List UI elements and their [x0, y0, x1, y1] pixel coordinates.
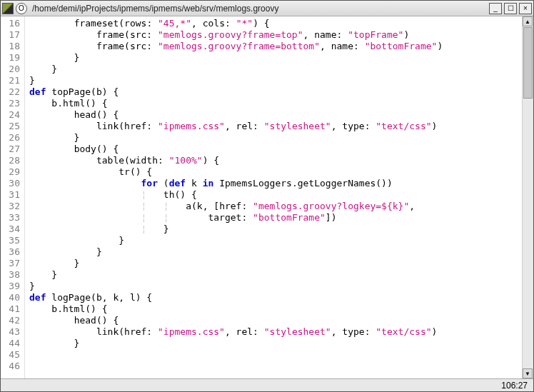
- code-line[interactable]: }: [29, 258, 522, 269]
- code-line[interactable]: }: [29, 132, 522, 144]
- scroll-up-button[interactable]: ▲: [523, 16, 533, 26]
- line-number: 43: [1, 326, 20, 338]
- line-number: 30: [1, 178, 20, 189]
- maximize-button[interactable]: ☐: [504, 3, 517, 14]
- line-number: 35: [1, 235, 20, 246]
- editor-area: 1617181920212223242526272829303132333435…: [1, 16, 533, 378]
- code-line[interactable]: def topPage(b) {: [29, 86, 522, 98]
- line-number: 23: [1, 98, 20, 109]
- line-number: 17: [1, 29, 20, 41]
- code-line[interactable]: }: [29, 235, 522, 246]
- code-line[interactable]: ¦ th() {: [29, 189, 522, 201]
- code-line[interactable]: frameset(rows: "45,*", cols: "*") {: [29, 18, 522, 29]
- line-number: 29: [1, 166, 20, 178]
- line-number: 20: [1, 64, 20, 75]
- code-line[interactable]: ¦ }: [29, 223, 522, 235]
- code-line[interactable]: frame(src: "memlogs.groovy?frame=top", n…: [29, 29, 522, 41]
- minimize-button[interactable]: _: [489, 3, 502, 14]
- line-number: 46: [1, 361, 20, 372]
- mode-icon: O: [16, 3, 27, 14]
- line-number: 28: [1, 155, 20, 166]
- line-number: 19: [1, 52, 20, 64]
- line-number: 22: [1, 86, 20, 98]
- line-number-gutter: 1617181920212223242526272829303132333435…: [1, 16, 25, 378]
- code-line[interactable]: b.html() {: [29, 303, 522, 315]
- titlebar[interactable]: O /home/demi/ipProjects/ipmems/ipmems/we…: [1, 1, 533, 16]
- line-number: 16: [1, 18, 20, 29]
- line-number: 21: [1, 75, 20, 86]
- line-number: 26: [1, 132, 20, 144]
- line-number: 33: [1, 212, 20, 223]
- scroll-down-button[interactable]: ▼: [523, 368, 533, 378]
- code-line[interactable]: b.html() {: [29, 98, 522, 109]
- code-line[interactable]: }: [29, 246, 522, 258]
- code-line[interactable]: }: [29, 269, 522, 281]
- line-number: 39: [1, 281, 20, 292]
- line-number: 25: [1, 121, 20, 132]
- line-number: 18: [1, 41, 20, 52]
- code-line[interactable]: link(href: "ipmems.css", rel: "styleshee…: [29, 121, 522, 132]
- line-number: 41: [1, 303, 20, 315]
- line-number: 40: [1, 292, 20, 303]
- scroll-thumb[interactable]: [523, 27, 533, 99]
- code-line[interactable]: }: [29, 64, 522, 75]
- code-line[interactable]: body() {: [29, 144, 522, 155]
- line-number: 27: [1, 144, 20, 155]
- code-line[interactable]: def logPage(b, k, l) {: [29, 292, 522, 303]
- code-line[interactable]: table(width: "100%") {: [29, 155, 522, 166]
- code-line[interactable]: }: [29, 281, 522, 292]
- code-line[interactable]: }: [29, 338, 522, 349]
- line-number: 24: [1, 109, 20, 121]
- code-line[interactable]: ¦ ¦ target: "bottomFrame"]): [29, 212, 522, 223]
- window-title: /home/demi/ipProjects/ipmems/ipmems/web/…: [29, 4, 487, 14]
- line-number: 32: [1, 201, 20, 212]
- line-number: 34: [1, 223, 20, 235]
- line-number: 38: [1, 269, 20, 281]
- line-number: 36: [1, 246, 20, 258]
- code-line[interactable]: tr() {: [29, 166, 522, 178]
- code-line[interactable]: for (def k in IpmemsLoggers.getLoggerNam…: [29, 178, 522, 189]
- line-number: 42: [1, 315, 20, 326]
- line-number: 31: [1, 189, 20, 201]
- code-line[interactable]: frame(src: "memlogs.groovy?frame=bottom"…: [29, 41, 522, 52]
- code-line[interactable]: link(href: "ipmems.css", rel: "styleshee…: [29, 326, 522, 338]
- close-button[interactable]: ×: [519, 3, 532, 14]
- editor-window: O /home/demi/ipProjects/ipmems/ipmems/we…: [0, 0, 534, 392]
- line-number: 44: [1, 338, 20, 349]
- vertical-scrollbar[interactable]: ▲ ▼: [522, 16, 533, 378]
- code-line[interactable]: head() {: [29, 315, 522, 326]
- code-line[interactable]: }: [29, 52, 522, 64]
- code-content[interactable]: frameset(rows: "45,*", cols: "*") { fram…: [25, 16, 522, 378]
- code-line[interactable]: ¦ ¦ a(k, [href: "memlogs.groovy?logkey=$…: [29, 201, 522, 212]
- statusbar: 106:27: [1, 378, 533, 391]
- app-icon: [2, 3, 14, 14]
- code-line[interactable]: head() {: [29, 109, 522, 121]
- line-number: 37: [1, 258, 20, 269]
- cursor-position: 106:27: [501, 381, 528, 391]
- code-line[interactable]: }: [29, 75, 522, 86]
- line-number: 45: [1, 349, 20, 361]
